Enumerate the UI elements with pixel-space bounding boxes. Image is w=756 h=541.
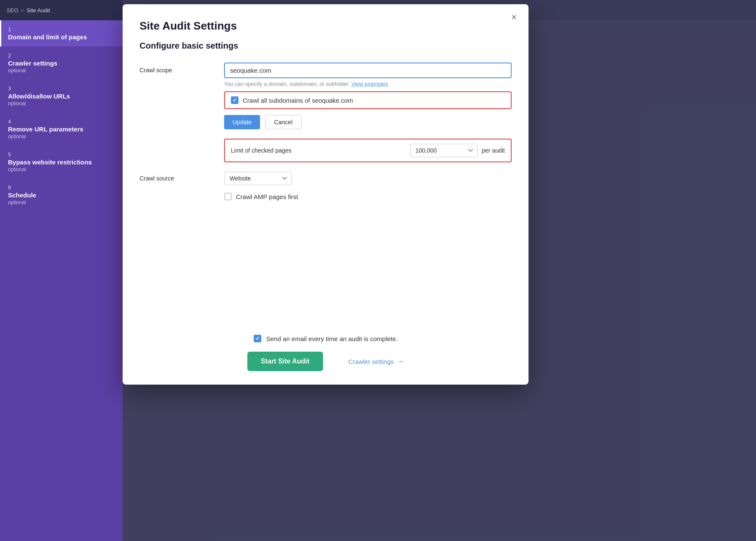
sidebar: SEO > Site Audit 1 Domain and limit of p… xyxy=(0,0,123,541)
nav-item-number: 1 xyxy=(8,26,116,33)
nav-item-sub: optional xyxy=(8,134,116,139)
nav-item-sub: optional xyxy=(8,199,116,205)
sidebar-header: SEO > Site Audit xyxy=(0,0,123,20)
nav-item-title: Remove URL parameters xyxy=(8,126,116,133)
amp-checkbox[interactable] xyxy=(224,193,232,200)
crawl-source-label: Crawl source xyxy=(140,175,216,182)
email-label: Send an email every time an audit is com… xyxy=(266,335,398,342)
sidebar-item-crawler[interactable]: 2 Crawler settings optional xyxy=(0,46,123,79)
sidebar-item-allow-disallow[interactable]: 3 Allow/disallow URLs optional xyxy=(0,79,123,112)
nav-item-title: Bypass website restrictions xyxy=(8,158,116,166)
sidebar-item-domain[interactable]: 1 Domain and limit of pages xyxy=(0,20,123,46)
sidebar-item-remove-url[interactable]: 4 Remove URL parameters optional xyxy=(0,112,123,145)
amp-row: Crawl AMP pages first xyxy=(224,193,512,200)
update-button[interactable]: Update xyxy=(224,115,260,129)
crawl-scope-label: Crawl scope xyxy=(140,63,216,74)
limit-row: Limit of checked pages 100,000 50,000 25… xyxy=(140,139,512,162)
arrow-right-icon: → xyxy=(396,357,404,366)
email-row: Send an email every time an audit is com… xyxy=(123,335,529,342)
nav-item-sub: optional xyxy=(8,101,116,107)
view-examples-link[interactable]: View examples xyxy=(351,81,388,87)
nav-item-number: 6 xyxy=(8,184,116,191)
nav-item-number: 5 xyxy=(8,151,116,158)
nav-item-sub: optional xyxy=(8,68,116,74)
close-button[interactable]: × xyxy=(508,11,520,24)
modal: × Site Audit Settings Configure basic se… xyxy=(123,4,529,385)
crawler-settings-label: Crawler settings xyxy=(348,358,394,365)
nav-item-number: 4 xyxy=(8,118,116,125)
per-audit-label: per audit xyxy=(482,147,505,154)
limit-label: Limit of checked pages xyxy=(231,147,410,154)
crawl-source-dropdown[interactable]: Website Sitemap File xyxy=(224,172,292,185)
modal-title: Site Audit Settings xyxy=(140,19,512,33)
crawl-scope-input[interactable] xyxy=(224,63,512,78)
subdomain-checkbox-label: Crawl all subdomains of seoquake.com xyxy=(243,97,353,104)
scope-button-row: Update Cancel xyxy=(224,115,512,129)
nav-item-title: Allow/disallow URLs xyxy=(8,93,116,100)
crawl-scope-row: Crawl scope You can specify a domain, su… xyxy=(140,63,512,129)
amp-label: Crawl AMP pages first xyxy=(236,193,298,200)
sidebar-nav: 1 Domain and limit of pages 2 Crawler se… xyxy=(0,20,123,541)
subdomain-checkbox-row: Crawl all subdomains of seoquake.com xyxy=(224,91,512,109)
sidebar-item-bypass[interactable]: 5 Bypass website restrictions optional xyxy=(0,145,123,178)
nav-item-number: 2 xyxy=(8,52,116,59)
sidebar-sep: > xyxy=(21,7,24,14)
nav-item-title: Schedule xyxy=(8,191,116,199)
nav-item-title: Domain and limit of pages xyxy=(8,33,116,41)
start-audit-button[interactable]: Start Site Audit xyxy=(247,352,323,371)
modal-subtitle: Configure basic settings xyxy=(140,41,512,51)
subdomain-checkbox[interactable] xyxy=(231,96,238,104)
cancel-button[interactable]: Cancel xyxy=(265,115,301,129)
nav-item-number: 3 xyxy=(8,85,116,92)
crawl-scope-controls: You can specify a domain, subdomain, or … xyxy=(224,63,512,129)
crawler-settings-link[interactable]: Crawler settings → xyxy=(348,357,404,366)
limit-dropdown[interactable]: 100,000 50,000 25,000 10,000 5,000 xyxy=(410,144,478,157)
limit-section: Limit of checked pages 100,000 50,000 25… xyxy=(224,139,512,162)
sidebar-item-schedule[interactable]: 6 Schedule optional xyxy=(0,178,123,211)
nav-item-sub: optional xyxy=(8,167,116,172)
sidebar-current-page: Site Audit xyxy=(27,7,50,14)
nav-item-title: Crawler settings xyxy=(8,60,116,67)
sidebar-seo-label: SEO xyxy=(7,7,18,14)
crawl-source-row: Crawl source Website Sitemap File xyxy=(140,172,512,185)
crawl-scope-hint: You can specify a domain, subdomain, or … xyxy=(224,81,512,87)
email-checkbox[interactable] xyxy=(254,335,261,342)
action-bar: Start Site Audit Crawler settings → xyxy=(123,352,529,371)
